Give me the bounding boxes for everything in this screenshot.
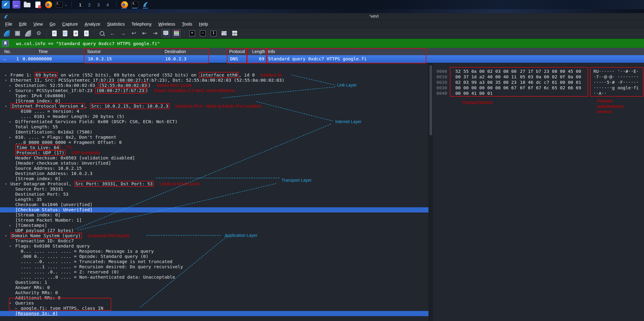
hex-row[interactable]: 000052 55 0a 00 02 03 08 0027 1f b7 23 0… xyxy=(433,69,644,74)
reload-file-icon[interactable]: ↻ xyxy=(82,29,91,37)
collapse-twisty-icon[interactable]: ▾ xyxy=(9,244,11,249)
detail-row[interactable]: Type: IPv4 (0x0800) xyxy=(0,93,431,98)
expand-twisty-icon[interactable]: ▸ xyxy=(9,119,11,124)
collapse-twisty-icon[interactable]: ▾ xyxy=(9,301,11,306)
collapse-twisty-icon[interactable]: ▾ xyxy=(5,78,7,83)
apps-icon[interactable]: ••• xyxy=(12,1,20,9)
column-header-time[interactable]: Time xyxy=(38,48,48,55)
detail-row[interactable]: ▸Differentiated Services Field: 0x00 (DS… xyxy=(0,119,431,124)
detail-row[interactable]: UDP payload (27 bytes) xyxy=(0,228,431,233)
running-terminal-icon[interactable]: $_ xyxy=(131,1,139,9)
workspace-1[interactable]: 1 xyxy=(77,2,84,7)
stop-capture-icon[interactable] xyxy=(13,29,22,37)
detail-row[interactable]: 0100 .... = Version: 4 xyxy=(0,109,431,114)
detail-row[interactable]: Time to Live: 64TTL xyxy=(0,145,431,150)
workspace-3[interactable]: 3 xyxy=(95,2,102,7)
menu-statistics[interactable]: Statistics xyxy=(104,22,128,27)
detail-row[interactable]: 0... .... .... .... = Response: Message … xyxy=(0,249,431,254)
detail-row[interactable]: Answer RRs: 0 xyxy=(0,285,431,290)
detail-row[interactable]: ▸[Timestamps] xyxy=(0,223,431,228)
column-header-destination[interactable]: Destination xyxy=(165,48,186,55)
hex-row[interactable]: 004000 00 41 00 01··A·· xyxy=(433,91,644,96)
hex-row[interactable]: 002002 03 99 a3 00 35 00 2318 46 dc c7 0… xyxy=(433,80,644,85)
detail-row[interactable]: Checksum: 0x1846 [unverified] xyxy=(0,202,431,207)
detail-row[interactable]: [Stream Packet Number: 1] xyxy=(0,218,431,223)
go-last-icon[interactable]: ⇥ xyxy=(151,29,159,37)
find-packet-icon[interactable] xyxy=(98,29,106,37)
menu-file[interactable]: File xyxy=(2,22,16,27)
menu-go[interactable]: Go xyxy=(46,22,59,27)
hex-row[interactable]: 001000 37 1d a2 40 00 40 1105 03 0a 00 0… xyxy=(433,74,644,80)
go-first-icon[interactable]: ⇤ xyxy=(140,29,149,37)
detail-row[interactable]: Identification: 0x1da2 (7586) xyxy=(0,130,431,135)
detail-row[interactable]: Authority RRs: 0 xyxy=(0,290,431,295)
detail-row[interactable]: Header Checksum: 0x0503 [validation disa… xyxy=(0,155,431,161)
capture-options-icon[interactable]: ⚙ xyxy=(34,29,43,37)
detail-row[interactable]: Transaction ID: 0xdcc7 xyxy=(0,238,431,244)
layout-icon[interactable]: 123 xyxy=(230,29,239,37)
detail-row[interactable]: Protocol: UDP (17)UDP protokolla xyxy=(0,150,431,155)
detail-row[interactable]: [Header checksum status: Unverified] xyxy=(0,161,431,166)
menu-telephony[interactable]: Telephony xyxy=(128,22,155,27)
detail-row[interactable]: ▸Destination: 52:55:0a:00:02:03 (52:55:0… xyxy=(0,83,431,88)
detail-row[interactable]: ▾Queries xyxy=(0,301,431,306)
collapse-twisty-icon[interactable]: ▾ xyxy=(5,233,7,238)
detail-row[interactable]: Destination Port: 53 xyxy=(0,192,431,197)
detail-row[interactable]: .000 0... .... .... = Opcode: Standard q… xyxy=(0,254,431,259)
detail-row[interactable]: Source Address: 10.0.2.15 xyxy=(0,166,431,171)
detail-row[interactable]: ▾Domain Name System (query)Kyseessä DNS … xyxy=(0,233,431,238)
terminal-icon[interactable]: $_ xyxy=(55,1,63,9)
display-filter-input[interactable] xyxy=(13,39,593,48)
detail-row[interactable]: ▸Frame 1: 69 bytes on wire (552 bits), 6… xyxy=(0,73,431,78)
detail-row[interactable]: ▾Internet Protocol Version 4, Src: 10.0.… xyxy=(0,104,431,109)
detail-row[interactable]: Destination Address: 10.0.2.3 xyxy=(0,171,431,176)
column-header-protocol[interactable]: Protocol xyxy=(229,48,245,55)
detail-row[interactable]: ▸Source: PCSSystemtec_1f:b7:23 (08:00:27… xyxy=(0,88,431,93)
detail-row[interactable]: Length: 35 xyxy=(0,197,431,202)
column-header-info[interactable]: Info xyxy=(268,48,275,55)
close-file-icon[interactable]: ✕ xyxy=(71,29,80,37)
workspace-2[interactable]: 2 xyxy=(86,2,93,7)
running-wireshark-icon[interactable] xyxy=(142,1,150,9)
resize-columns-icon[interactable] xyxy=(220,29,228,37)
expand-twisty-icon[interactable]: ▸ xyxy=(9,135,11,140)
filter-bookmark-icon[interactable] xyxy=(2,40,9,47)
menu-help[interactable]: Help xyxy=(196,22,212,27)
detail-row[interactable]: .... ..0. .... .... = Truncated: Message… xyxy=(0,259,431,264)
zoom-in-icon[interactable]: + xyxy=(188,29,196,37)
column-header-no[interactable]: No. xyxy=(4,48,11,55)
detail-row[interactable]: Additional RRs: 0 xyxy=(0,295,431,301)
start-capture-icon[interactable] xyxy=(2,29,11,37)
restart-capture-icon[interactable] xyxy=(24,29,32,37)
workspace-4[interactable]: 4 xyxy=(104,2,111,7)
detail-row[interactable]: ▸google.fi: type HTTPS, class IN xyxy=(0,306,431,311)
zoom-100-icon[interactable]: 1 xyxy=(209,29,218,37)
expand-twisty-icon[interactable]: ▸ xyxy=(5,73,7,78)
detail-row[interactable]: .... 0101 = Header Length: 20 bytes (5) xyxy=(0,114,431,119)
collapse-twisty-icon[interactable]: ▾ xyxy=(5,181,7,187)
go-to-packet-icon[interactable]: ↩ xyxy=(130,29,138,37)
menu-edit[interactable]: Edit xyxy=(16,22,30,27)
detail-row[interactable]: [Stream index: 0] xyxy=(0,212,431,218)
detail-row[interactable]: ▾User Datagram Protocol, Src Port: 39331… xyxy=(0,181,431,187)
menu-wireless[interactable]: Wireless xyxy=(155,22,179,27)
chevron-down-icon[interactable]: ⌄ xyxy=(65,3,67,7)
detail-row[interactable]: ▾Ethernet II, Src: PCSSystemtec_1f:b7:23… xyxy=(0,78,431,83)
go-back-icon[interactable]: ← xyxy=(108,29,117,37)
menu-view[interactable]: View xyxy=(30,22,46,27)
go-forward-icon[interactable]: → xyxy=(119,29,127,37)
column-header-source[interactable]: Source xyxy=(87,48,101,55)
expand-twisty-icon[interactable]: ▸ xyxy=(9,88,11,93)
collapse-twisty-icon[interactable]: ▾ xyxy=(5,104,7,109)
detail-row[interactable]: [Response In: 4] xyxy=(0,311,431,316)
menu-capture[interactable]: Capture xyxy=(59,22,81,27)
file-manager-icon[interactable] xyxy=(23,1,31,9)
firefox-icon[interactable] xyxy=(44,1,52,9)
menu-analyze[interactable]: Analyze xyxy=(81,22,104,27)
zoom-out-icon[interactable]: − xyxy=(198,29,207,37)
save-file-icon[interactable]: 01010011 xyxy=(61,29,69,37)
detail-row[interactable]: Questions: 1 xyxy=(0,280,431,285)
detail-row[interactable]: .... .... ...0 .... = Non-authenticated … xyxy=(0,275,431,280)
detail-row[interactable]: ...0 0000 0000 0000 = Fragment Offset: 0 xyxy=(0,140,431,145)
expand-twisty-icon[interactable]: ▸ xyxy=(9,83,11,88)
